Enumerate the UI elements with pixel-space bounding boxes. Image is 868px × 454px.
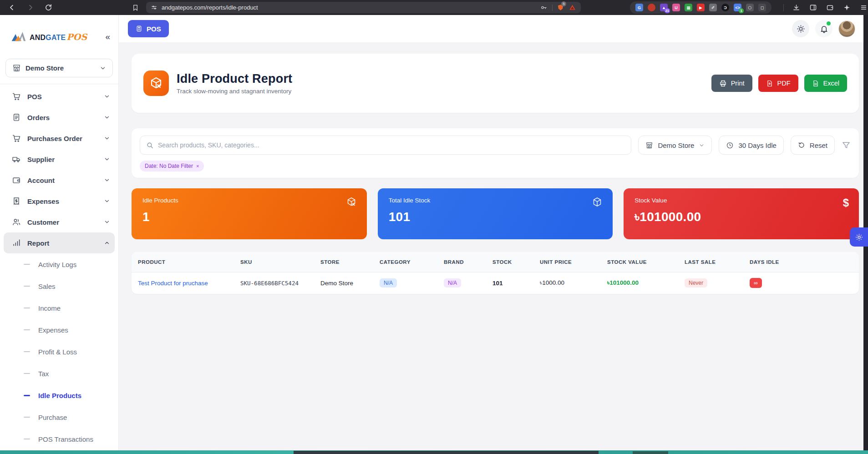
sidebar-item-customer[interactable]: Customer (0, 212, 118, 232)
last-sale-badge: Never (685, 278, 707, 288)
pos-button[interactable]: POS (128, 20, 169, 37)
column-header: STOCK VALUE (601, 252, 678, 272)
red-circle-extension-icon[interactable] (648, 4, 655, 11)
logo-text: ANDGATEPOS (30, 32, 87, 42)
translate-extension-icon[interactable]: G (635, 4, 643, 11)
package-icon (592, 197, 603, 207)
dollar-icon: $ (843, 197, 849, 209)
product-link[interactable]: Test Product for pruchase (132, 272, 234, 294)
ublock-extension-icon[interactable]: U (672, 4, 680, 11)
forward-button[interactable] (25, 3, 35, 12)
back-button[interactable] (7, 3, 16, 12)
sidebar-item-profit-loss[interactable]: Profit & Loss (0, 341, 118, 363)
notifications-button[interactable] (815, 20, 832, 37)
store-cell: Demo Store (314, 272, 373, 294)
sidebar-item-idle-products[interactable]: Idle Products (0, 384, 118, 406)
store-icon (12, 64, 21, 72)
sidebar-item-expenses[interactable]: Expenses (0, 191, 118, 212)
bookmark-icon[interactable] (131, 3, 140, 12)
bar-chart-icon (12, 238, 21, 247)
sidebar-item-sales[interactable]: Sales (0, 275, 118, 297)
theme-toggle-button[interactable] (792, 20, 809, 37)
clock-icon (726, 141, 734, 149)
extensions-container: G▲21U▦▶✐Ɔ<>1⬡◻ (630, 1, 772, 14)
grid-extension-icon[interactable]: ▦ (685, 4, 692, 11)
idle-products-table: PRODUCT SKU STORE CATEGORY BRAND STOCK U… (132, 252, 859, 294)
sidebar-item-activity-logs[interactable]: Activity Logs (0, 253, 118, 275)
store-icon (645, 141, 653, 149)
chevron-down-icon (699, 142, 705, 148)
users-icon (12, 217, 21, 227)
ai-sparkle-icon[interactable] (842, 3, 851, 12)
search-input[interactable] (158, 141, 625, 149)
avatar[interactable] (838, 20, 855, 37)
brave-triangle-icon[interactable] (569, 4, 576, 11)
package-x-icon (346, 197, 357, 207)
video-extension-icon[interactable]: ▶ (697, 4, 705, 11)
column-header: PRODUCT (132, 252, 234, 272)
wallet-icon[interactable] (825, 3, 834, 12)
sidebar-item-tax[interactable]: Tax (0, 363, 118, 384)
funnel-icon[interactable] (842, 141, 851, 150)
sidebar-item-purchases-order[interactable]: Purchases Order (0, 128, 118, 149)
box-extension-icon[interactable]: ◻ (758, 4, 766, 11)
store-filter-select[interactable]: Demo Store (638, 136, 712, 155)
tune-icon[interactable] (151, 5, 157, 10)
infinity-badge[interactable]: ∞ (750, 278, 762, 288)
download-icon[interactable] (792, 3, 801, 12)
puzzle-extension-icon[interactable]: ⬡ (746, 4, 754, 11)
chevron-down-icon (104, 219, 110, 225)
sidebar-item-purchase[interactable]: Purchase (0, 406, 118, 428)
sidebar-item-account[interactable]: Account (0, 170, 118, 191)
sidebar-item-pos-transactions[interactable]: POS Transactions (0, 428, 118, 450)
app-header: POS (119, 15, 868, 42)
cart-icon (12, 134, 21, 143)
chevron-down-icon (104, 93, 110, 100)
spreadsheet-icon (812, 80, 819, 87)
sidebar-item-income[interactable]: Income (0, 297, 118, 319)
sidebar-panel-icon[interactable] (808, 3, 817, 12)
url-bar[interactable]: andgatepos.com/reports/idle-product 5 (146, 2, 581, 13)
eyedropper-extension-icon[interactable]: ✐ (709, 4, 717, 11)
print-button[interactable]: Print (711, 75, 752, 92)
vpn-extension-icon[interactable]: ▲21 (660, 4, 668, 11)
settings-fab[interactable] (850, 227, 868, 247)
chip-close-icon[interactable]: × (196, 163, 199, 169)
column-header: SKU (234, 252, 314, 272)
column-header: LAST SALE (678, 252, 743, 272)
sidebar-item-report[interactable]: Report (4, 232, 115, 253)
chevron-down-icon (104, 114, 110, 121)
search-box (140, 136, 631, 155)
menu-icon[interactable] (859, 3, 868, 12)
password-key-icon[interactable] (540, 4, 548, 11)
idle-period-select[interactable]: 30 Days Idle (719, 136, 783, 155)
chevron-down-icon (104, 177, 110, 183)
sidebar-item-expenses-report[interactable]: Expenses (0, 319, 118, 341)
chevron-down-icon (100, 65, 106, 71)
column-header: UNIT PRICE (533, 252, 601, 272)
reset-button[interactable]: Reset (791, 136, 835, 155)
sidebar-item-pos[interactable]: POS (0, 86, 118, 107)
stat-card-total-idle-stock: Total Idle Stock 101 (378, 188, 613, 239)
date-filter-chip[interactable]: Date: No Date Filter × (140, 161, 204, 172)
column-header: DAYS IDLE (743, 252, 859, 272)
dark-mode-extension-icon[interactable]: Ɔ (721, 4, 729, 11)
last-sale-cell: Never (678, 272, 743, 294)
store-selector[interactable]: Demo Store (5, 59, 113, 77)
reset-icon (798, 141, 805, 149)
receipt-icon (12, 197, 21, 206)
truck-icon (12, 155, 21, 164)
stat-card-stock-value: Stock Value ৳101000.00 $ (624, 188, 859, 239)
brave-shield-icon[interactable]: 5 (557, 4, 564, 11)
sidebar-item-supplier[interactable]: Supplier (0, 149, 118, 170)
pdf-button[interactable]: PDF (758, 75, 798, 92)
sidebar-collapse-button[interactable]: « (105, 32, 110, 42)
page-title: Idle Product Report (177, 72, 292, 86)
code-extension-icon[interactable]: <>1 (734, 4, 741, 11)
url-text[interactable]: andgatepos.com/reports/idle-product (162, 4, 540, 11)
title-card: Idle Product Report Track slow-moving an… (132, 54, 859, 113)
sidebar-item-orders[interactable]: Orders (0, 107, 118, 128)
reload-button[interactable] (44, 3, 53, 12)
excel-button[interactable]: Excel (804, 75, 847, 92)
printer-icon (719, 80, 727, 87)
